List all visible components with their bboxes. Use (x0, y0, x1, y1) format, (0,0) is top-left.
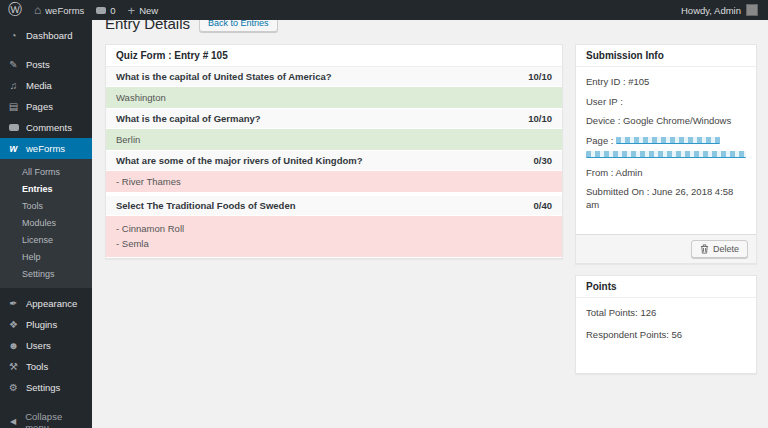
weforms-icon: w (8, 144, 19, 154)
plus-icon: + (128, 4, 136, 17)
answer-row: - Cinnamon Roll - Semla (106, 216, 562, 258)
entry-details-panel: Quiz Form : Entry # 105 What is the capi… (105, 44, 563, 259)
page-label: Page : (586, 135, 613, 146)
submenu-item-help[interactable]: Help (0, 248, 92, 265)
main-content: Entry Details Back to Entries Quiz Form … (92, 0, 768, 374)
submenu-item-tools[interactable]: Tools (0, 197, 92, 214)
submenu-item-settings[interactable]: Settings (0, 265, 92, 282)
sidebar-item-label: Tools (26, 361, 48, 372)
entry-id-line: Entry ID : #105 (586, 75, 746, 88)
question-text: Select The Traditional Foods of Sweden (116, 200, 295, 211)
sidebar-item-tools[interactable]: ⚒ Tools (0, 356, 92, 377)
device-line: Device : Google Chrome/Windows (586, 114, 746, 127)
submenu-item-entries[interactable]: Entries (0, 180, 92, 197)
comments-count: 0 (110, 5, 115, 16)
submission-info-panel: Submission Info Entry ID : #105 User IP … (575, 44, 757, 264)
submission-info-title: Submission Info (576, 45, 756, 67)
sidebar-item-media[interactable]: ♫ Media (0, 75, 92, 96)
question-row: What are some of the major rivers of Uni… (106, 151, 562, 171)
answer-text: - Cinnamon Roll (116, 221, 552, 236)
sidebar-item-users[interactable]: ☻ Users (0, 335, 92, 356)
wp-logo-menu[interactable]: Ⓦ (8, 1, 22, 19)
question-score: 0/30 (534, 155, 553, 166)
question-text: What are some of the major rivers of Uni… (116, 155, 363, 166)
submenu-item-modules[interactable]: Modules (0, 214, 92, 231)
user-ip-line: User IP : (586, 95, 746, 108)
page-line: Page : (586, 134, 746, 158)
question-row: What is the capital of United States of … (106, 67, 562, 87)
trash-icon (700, 244, 709, 254)
avatar (746, 4, 758, 16)
entry-panel-header: Quiz Form : Entry # 105 (106, 45, 562, 67)
sidebar-item-label: Comments (26, 122, 72, 133)
answer-text: Berlin (116, 132, 552, 147)
submenu-item-license[interactable]: License (0, 231, 92, 248)
sidebar-item-label: weForms (26, 143, 65, 154)
sidebar-item-label: Dashboard (26, 30, 72, 41)
settings-icon: ⚙ (8, 383, 19, 393)
tools-icon: ⚒ (8, 362, 19, 372)
sidebar-item-label: Pages (26, 101, 53, 112)
admin-bar: Ⓦ ⌂ weForms 0 + New Howdy, Admin (0, 0, 768, 20)
sidebar-item-weforms[interactable]: w weForms (0, 138, 92, 159)
howdy-label: Howdy, Admin (681, 5, 741, 16)
total-points-line: Total Points: 126 (586, 307, 746, 318)
sidebar-item-label: Collapse menu (25, 411, 84, 428)
sidebar-item-dashboard[interactable]: ◔ Dashboard (0, 25, 92, 46)
question-score: 10/10 (528, 113, 552, 124)
sidebar-item-label: Plugins (26, 319, 57, 330)
collapse-arrow-icon: ◀ (8, 418, 18, 426)
sidebar-item-label: Media (26, 80, 52, 91)
sidebar-item-appearance[interactable]: ✒ Appearance (0, 293, 92, 314)
points-title: Points (576, 276, 756, 298)
question-text: What is the capital of United States of … (116, 71, 332, 82)
media-icon: ♫ (8, 81, 19, 91)
sidebar-item-settings[interactable]: ⚙ Settings (0, 377, 92, 398)
page-link-redacted[interactable] (616, 137, 720, 144)
page-link-redacted[interactable] (586, 151, 746, 158)
home-icon: ⌂ (34, 4, 41, 16)
plugins-icon: ❖ (8, 320, 19, 330)
sidebar-item-plugins[interactable]: ❖ Plugins (0, 314, 92, 335)
answer-row: - River Thames (106, 171, 562, 193)
site-name-label: weForms (45, 5, 84, 16)
answer-text: - River Thames (116, 174, 552, 189)
answer-row: Berlin (106, 129, 562, 151)
respondent-points-line: Respondent Points: 56 (586, 329, 746, 340)
comment-bubble-icon (96, 7, 106, 14)
my-account-menu[interactable]: Howdy, Admin (681, 4, 758, 16)
delete-label: Delete (713, 244, 739, 254)
weforms-submenu: All Forms Entries Tools Modules License … (0, 159, 92, 288)
question-text: What is the capital of Germany? (116, 113, 261, 124)
dashboard-icon: ◔ (8, 31, 19, 41)
sidebar-item-label: Appearance (26, 298, 77, 309)
submitted-on-line: Submitted On : June 26, 2018 4:58 am (586, 185, 746, 211)
answer-text: Washington (116, 90, 552, 105)
sidebar-item-label: Users (26, 340, 51, 351)
sidebar-item-posts[interactable]: ✎ Posts (0, 54, 92, 75)
comments-menu[interactable]: 0 (96, 5, 115, 16)
submission-info-footer: Delete (576, 234, 756, 263)
posts-icon: ✎ (8, 60, 19, 70)
answer-row: Washington (106, 87, 562, 109)
question-row: What is the capital of Germany? 10/10 (106, 109, 562, 129)
new-label: New (139, 5, 158, 16)
appearance-icon: ✒ (8, 299, 19, 309)
admin-sidebar: ◔ Dashboard ✎ Posts ♫ Media ▤ Pages Comm… (0, 20, 92, 428)
sidebar-item-collapse-menu[interactable]: ◀ Collapse menu (0, 406, 92, 428)
points-panel: Points Total Points: 126 Respondent Poin… (575, 275, 757, 374)
question-score: 10/10 (528, 71, 552, 82)
new-content-menu[interactable]: + New (128, 4, 159, 17)
sidebar-item-label: Posts (26, 59, 50, 70)
pages-icon: ▤ (8, 102, 19, 112)
delete-button[interactable]: Delete (691, 240, 748, 258)
users-icon: ☻ (8, 341, 19, 351)
answer-text: - Semla (116, 236, 552, 251)
site-name-menu[interactable]: ⌂ weForms (34, 4, 84, 16)
submenu-item-all-forms[interactable]: All Forms (0, 163, 92, 180)
from-line: From : Admin (586, 166, 746, 179)
sidebar-item-pages[interactable]: ▤ Pages (0, 96, 92, 117)
wordpress-logo-icon: Ⓦ (8, 1, 22, 19)
sidebar-item-comments[interactable]: Comments (0, 117, 92, 138)
sidebar-item-label: Settings (26, 382, 60, 393)
